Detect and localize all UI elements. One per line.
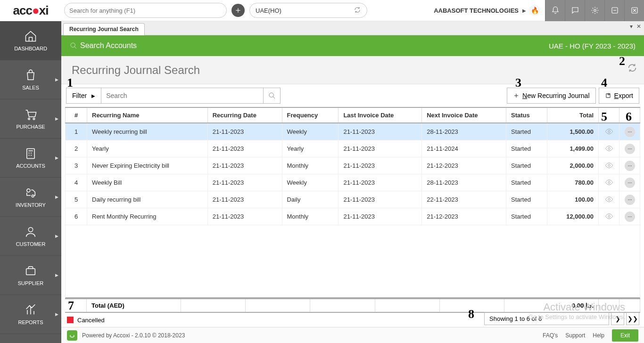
chevron-right-icon: ▶ (55, 273, 58, 278)
cell-last: 21-11-2023 (339, 140, 422, 157)
tab-recurring-journal-search[interactable]: Recurring Journal Search (63, 23, 145, 35)
sidebar-item-sales[interactable]: SALES ▶ (0, 60, 61, 99)
svg-point-42 (629, 165, 630, 166)
sidebar-item-accounts[interactable]: ACCOUNTS ▶ (0, 139, 61, 178)
table-search[interactable] (101, 88, 281, 104)
col-next[interactable]: Next Invoice Date (422, 107, 506, 123)
sidebar-item-reports[interactable]: REPORTS ▶ (0, 295, 61, 334)
cell-next: 22-11-2023 (422, 191, 506, 208)
svg-point-33 (628, 131, 629, 132)
table-row[interactable]: 4Weekly Bill21-11-2023Weekly21-11-202328… (66, 174, 640, 191)
sync-icon[interactable] (354, 6, 361, 15)
sidebar-item-purchase[interactable]: PURCHASE ▶ (0, 99, 61, 139)
minimize-icon[interactable] (604, 0, 624, 21)
view-row-icon[interactable] (604, 211, 614, 221)
svg-point-32 (608, 131, 610, 133)
tab-menu-icon[interactable]: ▾ (630, 23, 633, 30)
footer-support-link[interactable]: Support (565, 332, 585, 339)
table-search-input[interactable] (101, 92, 263, 99)
sidebar-item-label: SALES (22, 85, 39, 90)
cell-freq: Weekly (282, 174, 339, 191)
row-menu-icon[interactable] (625, 127, 635, 137)
svg-point-54 (629, 216, 630, 217)
col-name[interactable]: Recurring Name (87, 107, 208, 123)
row-menu-icon[interactable] (625, 178, 635, 188)
cell-index: 5 (66, 191, 87, 208)
chevron-right-icon: ▶ (55, 116, 58, 121)
svg-point-34 (629, 131, 630, 132)
svg-point-19 (32, 195, 34, 197)
pager-next-icon[interactable]: ❯ (611, 312, 624, 325)
col-freq[interactable]: Frequency (282, 107, 339, 123)
flame-icon[interactable]: 🔥 (529, 5, 540, 16)
svg-point-55 (631, 216, 632, 217)
tab-strip: Recurring Journal Search ▾ ✕ (61, 21, 644, 35)
global-search-input[interactable] (69, 7, 222, 14)
table-row[interactable]: 1Weekly recurring bill21-11-2023Weekly21… (66, 123, 640, 140)
cell-index: 6 (66, 208, 87, 225)
col-action (619, 107, 640, 123)
export-button[interactable]: Export (599, 88, 639, 104)
col-index[interactable]: # (66, 107, 87, 123)
tab-close-icon[interactable]: ✕ (636, 23, 641, 30)
svg-point-37 (628, 148, 629, 149)
export-button-label: Export (614, 92, 633, 99)
cell-name: Weekly Bill (87, 174, 208, 191)
sidebar: DASHBOARD SALES ▶ PURCHASE ▶ ACCOUNTS ▶ … (0, 21, 61, 343)
global-search[interactable] (64, 3, 227, 18)
bell-icon[interactable] (545, 0, 565, 21)
view-row-icon[interactable] (604, 143, 614, 154)
sidebar-item-dashboard[interactable]: DASHBOARD (0, 21, 61, 60)
gear-icon[interactable] (585, 0, 604, 21)
cell-name: Yearly (87, 140, 208, 157)
table-row[interactable]: 3Never Expiring Electricity bill21-11-20… (66, 157, 640, 174)
footer-help-link[interactable]: Help (593, 332, 604, 339)
add-button[interactable] (231, 4, 245, 17)
view-row-icon[interactable] (604, 177, 614, 188)
cell-name: Never Expiring Electricity bill (87, 157, 208, 174)
chat-icon[interactable] (565, 0, 585, 21)
refresh-icon[interactable] (627, 63, 637, 75)
exit-button[interactable]: Exit (612, 329, 638, 342)
recurring-journal-table: # Recurring Name Recurring Date Frequenc… (65, 107, 640, 225)
footer-faq-link[interactable]: FAQ's (543, 332, 558, 339)
table-row[interactable]: 5Daily recurring bill21-11-2023Daily21-1… (66, 191, 640, 208)
table-footer-row: Total (AED) 0.00 د.إ. (65, 298, 640, 313)
row-menu-icon[interactable] (625, 195, 635, 205)
cell-status: Started (506, 140, 547, 157)
greenbar-label[interactable]: Search Accounts (80, 41, 137, 50)
col-status[interactable]: Status (506, 107, 547, 123)
view-row-icon[interactable] (604, 126, 614, 137)
company-name[interactable]: AABASOFT TECHNOLOGIES (434, 7, 519, 14)
row-menu-icon[interactable] (625, 212, 635, 222)
svg-point-43 (631, 165, 632, 166)
sidebar-item-supplier[interactable]: SUPPLIER ▶ (0, 256, 61, 295)
cell-freq: Monthly (282, 208, 339, 225)
svg-rect-12 (27, 149, 34, 159)
new-recurring-journal-button[interactable]: New Recurring Journal (507, 88, 595, 104)
sidebar-item-customer[interactable]: CUSTOMER ▶ (0, 217, 61, 256)
row-menu-icon[interactable] (625, 161, 635, 171)
col-total[interactable]: Total (547, 107, 598, 123)
cell-name: Weekly recurring bill (87, 123, 208, 140)
table-search-icon[interactable] (263, 88, 280, 104)
col-last[interactable]: Last Invoice Date (339, 107, 422, 123)
view-row-icon[interactable] (604, 194, 614, 204)
org-selector[interactable]: UAE(HO) (249, 3, 367, 18)
filter-button[interactable]: Filter ▶ (66, 88, 101, 104)
sidebar-item-inventory[interactable]: INVENTORY ▶ (0, 178, 61, 217)
company-caret-icon[interactable]: ▶ (522, 8, 526, 13)
cell-status: Started (506, 174, 547, 191)
view-row-icon[interactable] (604, 160, 614, 171)
svg-point-50 (629, 199, 630, 200)
col-date[interactable]: Recurring Date (207, 107, 282, 123)
pager-last-icon[interactable]: ❯❯ (626, 312, 639, 325)
cell-last: 21-11-2023 (339, 123, 422, 140)
table-row[interactable]: 6Rent Monthly Recurring21-11-2023Monthly… (66, 208, 640, 225)
close-window-icon[interactable] (624, 0, 644, 21)
cell-freq: Monthly (282, 157, 339, 174)
table-row[interactable]: 2Yearly21-11-2023Yearly21-11-202321-11-2… (66, 140, 640, 157)
row-menu-icon[interactable] (625, 144, 635, 154)
svg-point-44 (608, 181, 610, 184)
svg-point-27 (269, 93, 273, 97)
